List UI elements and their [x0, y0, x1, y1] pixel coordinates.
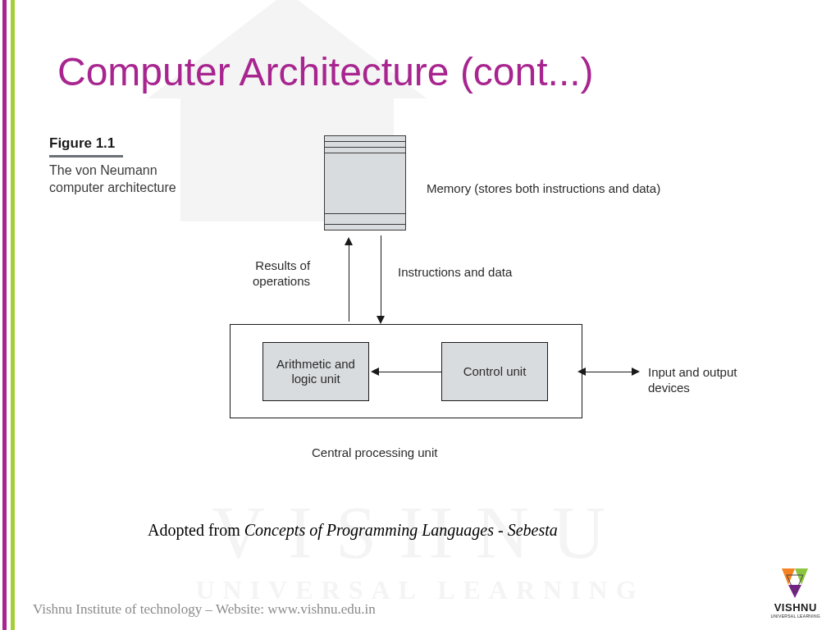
source-prefix: Adopted from	[148, 521, 244, 539]
svg-marker-2	[795, 568, 808, 585]
instructions-label: Instructions and data	[398, 265, 512, 281]
memory-label: Memory (stores both instructions and dat…	[427, 181, 660, 195]
source-credit: Adopted from Concepts of Programming Lan…	[148, 521, 558, 540]
brand-name: VISHNU	[770, 601, 820, 614]
slide-edge-stripes	[0, 0, 15, 630]
text-watermark: VISHNU UNIVERSAL LEARNING	[0, 491, 840, 605]
von-neumann-diagram: Memory (stores both instructions and dat…	[213, 135, 738, 480]
alu-box: Arithmetic and logic unit	[262, 342, 369, 401]
io-label: Input and output devices	[648, 365, 738, 396]
svg-marker-1	[782, 568, 795, 585]
figure-caption: The von Neumann computer architecture	[49, 162, 213, 197]
slide-title: Computer Architecture (cont...)	[57, 49, 594, 94]
brand-tagline: UNIVERSAL LEARNING	[770, 614, 820, 619]
cpu-caption: Central processing unit	[312, 445, 437, 459]
memory-block	[324, 135, 406, 230]
svg-marker-3	[788, 585, 801, 598]
figure-label: Figure 1.1	[49, 135, 123, 158]
results-label: Results of operations	[253, 258, 310, 290]
brand-logo: VISHNU UNIVERSAL LEARNING	[770, 564, 820, 619]
control-unit-box: Control unit	[441, 342, 548, 401]
source-work: Concepts of Programming Languages - Sebe…	[244, 521, 558, 539]
footer-text: Vishnu Institute of technology – Website…	[33, 601, 376, 618]
vishnu-logo-icon	[775, 564, 816, 600]
alu-label: Arithmetic and logic unit	[267, 357, 365, 386]
control-unit-label: Control unit	[463, 364, 527, 379]
